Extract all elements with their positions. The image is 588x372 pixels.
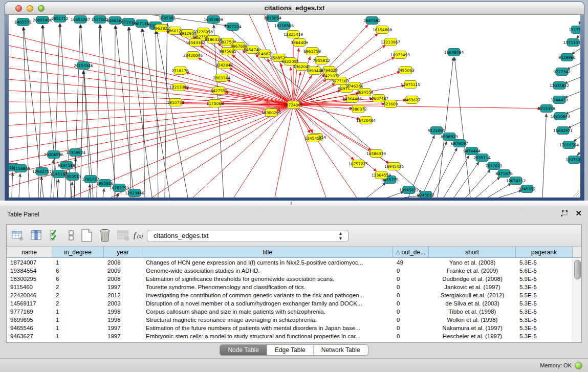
function-builder-icon[interactable]: f(x) [133,228,147,243]
column-header-year[interactable]: year [104,247,142,258]
graph-node[interactable]: 1605381 [159,15,176,22]
graph-edge[interactable] [40,177,41,198]
split-handle-icon[interactable]: ▲▼ [288,201,295,206]
graph-node[interactable]: 9463627 [403,96,421,104]
graph-node[interactable]: 9227342 [553,68,571,76]
graph-node[interactable]: 16053809 [204,16,223,24]
graph-edge[interactable] [444,156,469,198]
table-row[interactable]: 946362711997Embryonic stem cells: a mode… [7,332,573,340]
network-canvas[interactable]: 1405572206914062051712106532871527002646… [9,15,580,198]
graph-node[interactable]: 7955812 [313,57,330,64]
graph-node[interactable]: 1364409 [291,39,308,47]
graph-edge[interactable] [454,162,479,198]
graph-node[interactable]: 12325419 [284,31,303,38]
graph-edge[interactable] [577,34,580,38]
graph-node[interactable]: 15751074 [563,39,580,47]
column-header-name[interactable]: name [7,247,52,258]
graph-edge[interactable] [117,193,118,198]
graph-edge[interactable] [51,160,53,198]
graph-node[interactable]: 12213967 [381,38,400,46]
graph-node[interactable]: 2051712 [51,15,69,23]
graph-edge[interactable] [12,172,13,198]
column-header-short[interactable]: short [429,247,516,258]
import-table-icon[interactable] [116,228,130,243]
graph-edge[interactable] [293,105,541,108]
graph-node[interactable]: 6961758 [303,48,321,55]
graph-node[interactable]: 10654112 [506,177,526,185]
tab-node-table[interactable]: Node Table [220,345,267,355]
graph-edge[interactable] [466,169,490,198]
graph-node[interactable]: 1810755 [167,99,184,106]
graph-node[interactable]: 8471676 [495,170,513,178]
graph-edge[interactable] [567,63,580,70]
graph-edge[interactable] [71,182,72,198]
graph-node[interactable]: 3624554 [356,89,374,96]
graph-node[interactable]: 20206596 [44,151,63,159]
graph-edge[interactable] [488,183,511,198]
graph-node[interactable]: 6879197 [451,140,468,147]
graph-node[interactable]: 9197588 [58,162,75,169]
graph-edge[interactable] [579,21,580,25]
graph-node[interactable]: 12975115 [401,81,420,89]
table-row[interactable]: 977716911998Corpus callosum shape and si… [7,308,573,316]
graph-node[interactable]: 9875685 [219,48,236,55]
table-row[interactable]: 1830029562008Estimation of significance … [7,275,573,283]
graph-edge[interactable] [568,122,580,128]
graph-node[interactable]: 16586339 [366,150,386,158]
graph-node[interactable]: 10757225 [349,160,368,168]
graph-edge[interactable] [165,23,167,198]
column-header-in_degree[interactable]: in_degree [52,247,104,258]
graph-edge[interactable] [128,27,130,198]
graph-edge[interactable] [421,141,447,198]
table-row[interactable]: 969969511998Structural magnetic resonanc… [7,316,573,324]
graph-edge[interactable] [57,179,58,198]
graph-node[interactable]: 16543382 [186,39,205,47]
graph-node[interactable]: 1244419 [551,96,568,104]
graph-edge[interactable] [19,173,20,198]
graph-node[interactable]: 1350513 [64,173,81,181]
graph-node[interactable]: 17016504 [559,141,579,149]
graph-node[interactable]: 24364486 [342,95,362,103]
network-window[interactable]: citations_edges.txt 14055722069140620517… [5,2,584,201]
graph-node[interactable]: 8427552 [210,87,228,95]
graph-edge[interactable] [564,77,580,83]
graph-node[interactable]: 7632621 [485,162,503,170]
graph-edge[interactable] [116,26,134,198]
graph-node[interactable]: 2803144 [213,74,230,82]
graph-node[interactable]: 9124095 [428,127,445,135]
graph-edge[interactable] [103,188,104,198]
table-settings-icon[interactable]: ⚙ [11,228,25,243]
graph-edge[interactable] [476,177,500,198]
graph-edge[interactable] [542,114,547,198]
vertical-scrollbar[interactable] [573,258,581,342]
graph-node[interactable]: 16945425 [384,163,404,170]
graph-node[interactable]: 17359924 [66,149,85,157]
graph-edge[interactable] [142,29,145,198]
float-panel-icon[interactable] [559,210,569,218]
graph-edge[interactable] [573,137,580,142]
graph-edge[interactable] [571,49,580,55]
graph-edge[interactable] [291,67,293,105]
graph-node[interactable]: 9245012 [417,191,434,198]
graph-edge[interactable] [156,31,158,198]
graph-node[interactable]: 2718176 [171,67,189,75]
graph-node[interactable]: 9529966 [558,54,576,61]
close-panel-icon[interactable]: ✕ [575,209,582,218]
graph-node[interactable]: 7485063 [397,67,415,74]
table-row[interactable]: 1938455462009Genome-wide association stu… [7,267,573,275]
graph-node[interactable]: 1107533 [565,156,580,164]
graph-edge[interactable] [499,190,522,198]
column-header-pagerank[interactable]: pagerank [516,247,573,258]
graph-node[interactable]: 1405572 [14,18,32,26]
graph-node[interactable]: 18300295 [262,109,281,117]
graph-node[interactable]: 16720404 [356,117,376,124]
graph-node[interactable]: 12942757 [32,168,52,176]
graph-node[interactable]: 16210643 [551,113,570,120]
row-select-icon[interactable] [48,228,62,243]
graph-edge[interactable] [115,26,115,198]
graph-edge[interactable] [454,57,470,198]
delete-icon[interactable] [98,228,112,243]
graph-node[interactable]: 16648784 [444,49,464,56]
graph-edge[interactable] [89,184,90,198]
graph-node[interactable]: 2687682 [363,17,381,25]
